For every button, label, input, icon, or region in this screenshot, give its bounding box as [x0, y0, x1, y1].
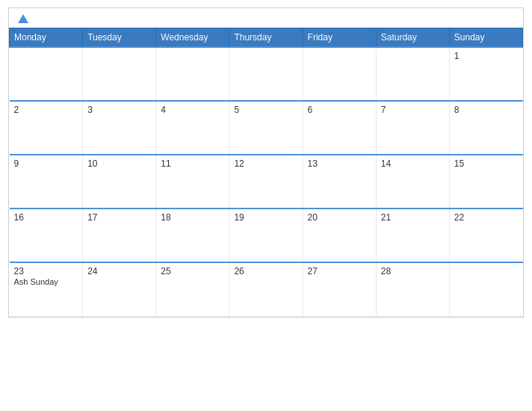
day-number: 25	[161, 266, 170, 276]
day-number: 22	[454, 212, 464, 223]
calendar-cell: 13	[303, 155, 376, 208]
day-number: 11	[161, 158, 170, 169]
calendar-cell: 9	[10, 155, 83, 208]
day-number: 27	[308, 266, 318, 276]
calendar-cell: 6	[303, 101, 376, 155]
calendar-cell: 8	[449, 101, 522, 155]
day-number: 9	[14, 158, 19, 169]
calendar-cell	[376, 47, 449, 101]
day-number: 3	[87, 105, 93, 115]
weekday-header-saturday: Saturday	[376, 28, 449, 48]
calendar-cell	[303, 47, 376, 101]
calendar-cell: 16	[10, 208, 83, 262]
weekday-header-monday: Monday	[10, 28, 83, 48]
calendar-cell: 1	[449, 47, 522, 101]
calendar-cell	[229, 47, 303, 101]
day-number: 4	[161, 105, 166, 115]
calendar-cell	[449, 262, 522, 316]
day-number: 15	[454, 158, 464, 169]
day-number: 17	[87, 212, 97, 223]
calendar-cell: 3	[83, 101, 156, 155]
week-row-2: 2345678	[10, 101, 523, 155]
calendar-cell: 25	[156, 262, 229, 316]
day-number: 18	[161, 212, 170, 223]
day-number: 2	[14, 105, 19, 115]
calendar-cell: 22	[449, 208, 522, 262]
week-row-3: 9101112131415	[10, 155, 523, 208]
day-number: 12	[234, 158, 244, 169]
day-number: 8	[454, 105, 460, 115]
calendar-cell: 23Ash Sunday	[10, 262, 83, 316]
calendar-cell: 10	[83, 155, 156, 208]
calendar-cell: 26	[229, 262, 303, 316]
day-event: Ash Sunday	[14, 277, 58, 286]
calendar-header	[9, 8, 523, 28]
calendar-cell: 17	[83, 208, 156, 262]
calendar-cell: 7	[376, 101, 449, 155]
day-number: 1	[454, 51, 460, 61]
day-number: 6	[308, 105, 313, 115]
calendar-cell: 14	[376, 155, 449, 208]
calendar-cell: 12	[229, 155, 303, 208]
calendar-cell: 18	[156, 208, 229, 262]
day-number: 26	[234, 266, 244, 276]
day-number: 23	[14, 266, 24, 276]
weekday-header-friday: Friday	[303, 28, 376, 48]
day-number: 7	[381, 105, 386, 115]
day-number: 21	[381, 212, 391, 223]
day-number: 13	[308, 158, 318, 169]
calendar-cell	[156, 47, 229, 101]
day-number: 10	[87, 158, 97, 169]
week-row-5: 23Ash Sunday2425262728	[10, 262, 523, 316]
calendar-cell: 21	[376, 208, 449, 262]
calendar-container: MondayTuesdayWednesdayThursdayFridaySatu…	[8, 7, 524, 318]
calendar-cell: 2	[10, 101, 83, 155]
calendar-cell	[83, 47, 156, 101]
calendar-grid: MondayTuesdayWednesdayThursdayFridaySatu…	[9, 28, 523, 317]
weekday-header-thursday: Thursday	[229, 28, 303, 48]
calendar-cell: 11	[156, 155, 229, 208]
weekday-header-wednesday: Wednesday	[156, 28, 229, 48]
calendar-cell: 4	[156, 101, 229, 155]
calendar-cell: 28	[376, 262, 449, 316]
day-number: 16	[14, 212, 24, 223]
calendar-cell: 15	[449, 155, 522, 208]
day-number: 14	[381, 158, 391, 169]
calendar-cell: 27	[303, 262, 376, 316]
weekday-header-sunday: Sunday	[449, 28, 522, 48]
week-row-4: 16171819202122	[10, 208, 523, 262]
week-row-1: 1	[10, 47, 523, 101]
calendar-cell: 5	[229, 101, 303, 155]
calendar-cell: 20	[303, 208, 376, 262]
day-number: 20	[308, 212, 318, 223]
day-number: 19	[234, 212, 244, 223]
logo	[18, 14, 30, 23]
calendar-cell: 24	[83, 262, 156, 316]
logo-triangle-icon	[18, 14, 28, 23]
day-number: 28	[381, 266, 391, 276]
calendar-cell: 19	[229, 208, 303, 262]
day-number: 5	[234, 105, 239, 115]
day-number: 24	[87, 266, 97, 276]
weekday-header-tuesday: Tuesday	[83, 28, 156, 48]
calendar-cell	[10, 47, 83, 101]
weekday-header-row: MondayTuesdayWednesdayThursdayFridaySatu…	[10, 28, 523, 48]
